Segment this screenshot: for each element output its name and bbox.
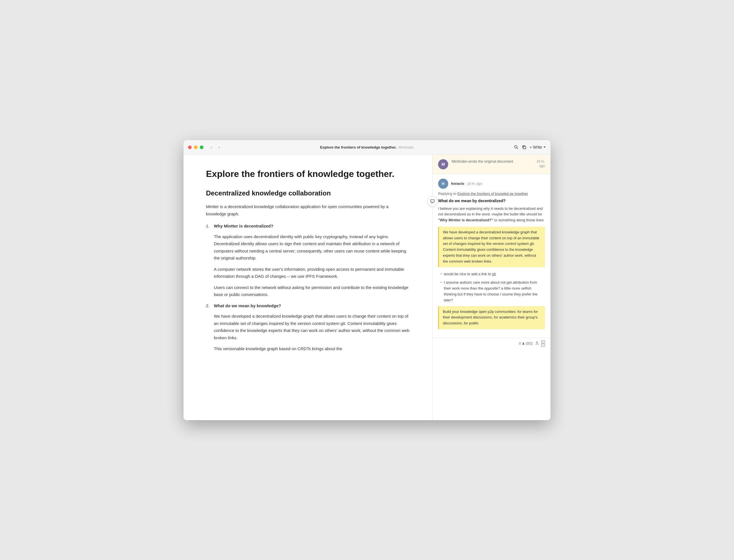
list-number-2: 2. (206, 302, 212, 309)
titlebar: ‹ › Explore the frontiers of knowledge t… (183, 140, 551, 155)
bullet-dot-1: • (440, 271, 442, 277)
maximize-button[interactable] (200, 145, 203, 149)
comment-1-header: H horacio 18 hr. ago (438, 179, 545, 189)
list-2-p1: We have developed a decentralized knowle… (214, 313, 410, 341)
svg-point-3 (536, 342, 538, 343)
original-author-name: MiniGabo (452, 159, 467, 163)
list-1-p2: A computer network stores the user's inf… (214, 266, 410, 280)
svg-point-0 (515, 145, 517, 148)
write-button[interactable]: + Write (530, 145, 546, 149)
section-title-1: Decentralized knowledge collaboration (206, 189, 410, 197)
comments-panel: M MiniGabo wrote the original document 1… (433, 155, 551, 420)
footer-count: 0 ♟ (0/2) (519, 342, 533, 345)
app-window: ‹ › Explore the frontiers of knowledge t… (183, 140, 551, 420)
git-link[interactable]: git (492, 272, 496, 276)
comment-thread-1: H horacio 18 hr. ago Replying to Explore… (433, 174, 551, 338)
avatar-horacio: H (438, 179, 448, 189)
forward-button[interactable]: › (216, 144, 222, 151)
minimize-button[interactable] (194, 145, 197, 149)
comment-toggle-button[interactable] (428, 196, 438, 206)
comment-body-1: I believe you are explaining why it need… (438, 206, 545, 223)
list-number-1: 1. (206, 222, 212, 230)
copy-button[interactable] (522, 145, 526, 149)
bullet-dot-2: • (440, 280, 442, 303)
back-button[interactable]: ‹ (208, 144, 215, 151)
original-document-entry: M MiniGabo wrote the original document 1… (433, 155, 551, 174)
intro-paragraph: Mintter is a decentralized knowledge col… (206, 203, 410, 217)
commenter-name: horacio (451, 181, 464, 186)
add-comment-button[interactable]: + (541, 340, 545, 347)
bullet-comment-1: • would be nice to add a link to git (438, 271, 545, 277)
list-1-p3: Users can connect to the network without… (214, 284, 410, 298)
svg-line-1 (517, 148, 518, 149)
list-item-2: 2. What do we mean by knowledge? (206, 302, 410, 309)
original-time: 18 hr.ago (537, 159, 545, 169)
avatar-minigabo: M (438, 159, 448, 169)
comment-footer: 0 ♟ (0/2) + (433, 338, 551, 349)
svg-rect-2 (523, 146, 526, 149)
comment-question: What do we mean by decentralized? (438, 199, 545, 203)
bullet-comment-2: • I assume authors care more about not g… (438, 280, 545, 303)
document-panel: Explore the frontiers of knowledge toget… (183, 155, 433, 420)
list-content-2: What do we mean by knowledge? (214, 302, 410, 309)
commenter-time: 18 hr. ago (467, 182, 482, 186)
original-action: MiniGabo wrote the original document (452, 159, 513, 163)
window-title: Explore the frontiers of knowledge toget… (320, 145, 397, 149)
main-area: Explore the frontiers of knowledge toget… (183, 155, 551, 420)
close-button[interactable] (188, 145, 192, 149)
list-item-1: 1. Why Mintter is decentralized? (206, 222, 410, 230)
window-controls (188, 145, 203, 149)
app-name: MiniGabo (398, 145, 414, 149)
write-label: + Write (530, 145, 542, 149)
list-content-1: Why Mintter is decentralized? (214, 222, 410, 230)
original-meta: MiniGabo wrote the original document 18 … (452, 159, 545, 169)
list-2-p2: This versionable knowledge graph based o… (214, 345, 410, 352)
original-action-text: wrote the original document (468, 159, 513, 163)
reply-prefix: Replying to (438, 192, 458, 196)
reply-link[interactable]: Explore the frontiers of knowled ge toge… (458, 192, 528, 196)
person-icon (535, 341, 539, 346)
bullet-2-text: I assume authors care more about not get… (444, 280, 545, 303)
document-title: Explore the frontiers of knowledge toget… (206, 168, 410, 180)
list-item-1-label: Why Mintter is decentralized? (214, 224, 273, 228)
highlighted-passage: We have developed a decentralized knowle… (438, 227, 545, 267)
reply-to: Replying to Explore the frontiers of kno… (438, 192, 545, 196)
original-author-line: MiniGabo wrote the original document 18 … (452, 159, 545, 169)
bullet-1-text: would be nice to add a link to git (444, 271, 496, 277)
titlebar-center: Explore the frontiers of knowledge toget… (320, 145, 414, 149)
nav-arrows: ‹ › (208, 144, 222, 151)
list-item-2-label: What do we mean by knowledge? (214, 303, 281, 308)
titlebar-right: + Write (514, 145, 546, 149)
search-button[interactable] (514, 145, 519, 149)
highlighted-passage-2: Build your knowledge open p2p communitie… (438, 306, 545, 329)
list-1-p1: The application uses decentralized ident… (214, 233, 410, 262)
